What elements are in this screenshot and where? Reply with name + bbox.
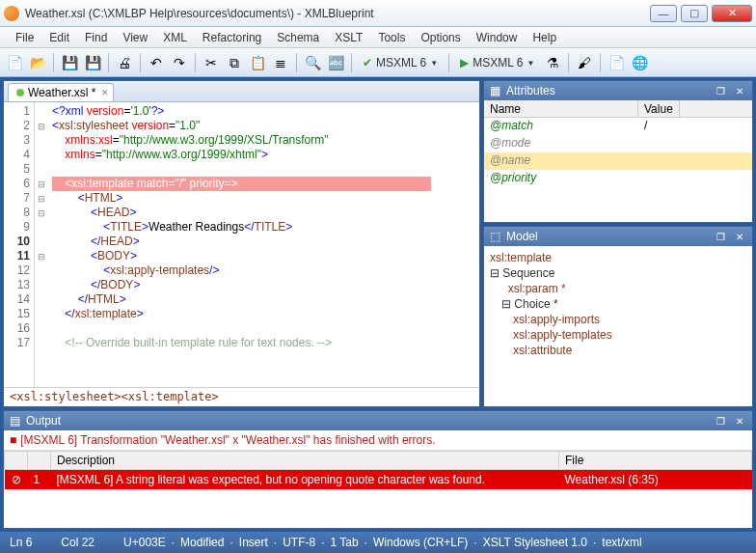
- menu-xml[interactable]: XML: [155, 31, 195, 44]
- file-status-icon: [16, 89, 24, 97]
- titlebar: Weather.xsl (C:\XMLBP Help\resources\doc…: [0, 0, 756, 27]
- close-button[interactable]: ✕: [712, 5, 752, 22]
- menubar: FileEditFindViewXMLRefactoringSchemaXSLT…: [0, 27, 756, 48]
- menu-xslt[interactable]: XSLT: [327, 31, 370, 44]
- maximize-button[interactable]: ▢: [681, 5, 708, 22]
- output-summary: ■[MSXML 6] Transformation "Weather.xsl" …: [4, 430, 752, 451]
- menu-window[interactable]: Window: [469, 31, 526, 44]
- output-panel: ▤Output❐✕ ■[MSXML 6] Transformation "Wea…: [3, 410, 753, 529]
- menu-refactoring[interactable]: Refactoring: [195, 31, 269, 44]
- statusbar: Ln 6Col 22U+003E·Modified·Insert·UTF-8·1…: [0, 532, 756, 553]
- open-icon[interactable]: 📂: [27, 52, 48, 73]
- tab-label: Weather.xsl *: [28, 86, 95, 99]
- toolbar: 📄 📂 💾 💾 🖨 ↶ ↷ ✂ ⧉ 📋 ≣ 🔍 🔤 ✔MSXML 6▼ ▶MSX…: [0, 48, 756, 77]
- restore-icon[interactable]: ❐: [714, 230, 727, 243]
- menu-find[interactable]: Find: [77, 31, 115, 44]
- close-panel-icon[interactable]: ✕: [733, 230, 746, 243]
- close-panel-icon[interactable]: ✕: [733, 414, 746, 428]
- menu-options[interactable]: Options: [413, 31, 468, 44]
- paste-icon[interactable]: 📋: [247, 52, 268, 73]
- validate-dropdown[interactable]: ✔MSXML 6▼: [357, 52, 444, 73]
- new-icon[interactable]: 📄: [4, 52, 25, 73]
- menu-edit[interactable]: Edit: [41, 31, 77, 44]
- replace-icon[interactable]: 🔤: [325, 52, 346, 73]
- format-icon[interactable]: ≣: [270, 52, 291, 73]
- menu-schema[interactable]: Schema: [269, 31, 327, 44]
- save-icon[interactable]: 💾: [59, 52, 80, 73]
- tab-strip: Weather.xsl * ✕: [4, 81, 479, 102]
- find-icon[interactable]: 🔍: [302, 52, 323, 73]
- breadcrumb[interactable]: <xsl:stylesheet><xsl:template>: [4, 387, 479, 406]
- copy-icon[interactable]: ⧉: [224, 52, 245, 73]
- restore-icon[interactable]: ❐: [714, 84, 727, 97]
- close-panel-icon[interactable]: ✕: [733, 84, 746, 97]
- undo-icon[interactable]: ↶: [146, 52, 167, 73]
- menu-tools[interactable]: Tools: [370, 31, 413, 44]
- print-icon[interactable]: 🖨: [114, 52, 135, 73]
- file-tab[interactable]: Weather.xsl * ✕: [8, 83, 114, 101]
- transform-icon[interactable]: ⚗: [542, 52, 563, 73]
- error-row[interactable]: ⊘ 1 [MSXML 6] A string literal was expec…: [5, 470, 752, 490]
- attribute-row[interactable]: @mode: [484, 135, 752, 152]
- window-title: Weather.xsl (C:\XMLBP Help\resources\doc…: [25, 7, 650, 20]
- model-panel: ⬚Model❐✕ xsl:template ⊟ Sequence xsl:par…: [483, 226, 753, 407]
- brush-icon[interactable]: 🖌: [574, 52, 595, 73]
- browser-icon[interactable]: 🌐: [629, 52, 650, 73]
- attribute-row[interactable]: @match/: [484, 118, 752, 135]
- attributes-panel: ▦Attributes❐✕ NameValue @match/@mode@nam…: [483, 80, 753, 223]
- output-table: DescriptionFile ⊘ 1 [MSXML 6] A string l…: [4, 451, 752, 489]
- close-tab-icon[interactable]: ✕: [101, 88, 109, 97]
- minimize-button[interactable]: ―: [650, 5, 677, 22]
- app-icon: [4, 6, 19, 21]
- save-all-icon[interactable]: 💾: [82, 52, 103, 73]
- restore-icon[interactable]: ❐: [714, 414, 727, 428]
- cut-icon[interactable]: ✂: [201, 52, 222, 73]
- editor-pane: Weather.xsl * ✕ 123456789101112131415161…: [3, 80, 480, 407]
- redo-icon[interactable]: ↷: [169, 52, 190, 73]
- model-panel-icon: ⬚: [490, 230, 500, 243]
- doc-icon[interactable]: 📄: [606, 52, 627, 73]
- menu-view[interactable]: View: [115, 31, 155, 44]
- model-tree[interactable]: xsl:template ⊟ Sequence xsl:param * ⊟ Ch…: [484, 246, 752, 406]
- run-dropdown[interactable]: ▶MSXML 6▼: [454, 52, 540, 73]
- code-editor[interactable]: 1234567891011121314151617 ⊟⊟⊟⊟⊟ <?xml ve…: [4, 102, 479, 387]
- attributes-panel-icon: ▦: [490, 84, 500, 97]
- output-panel-icon: ▤: [10, 414, 20, 428]
- attribute-row[interactable]: @priority: [484, 170, 752, 187]
- menu-help[interactable]: Help: [525, 31, 564, 44]
- attribute-row[interactable]: @name: [484, 152, 752, 170]
- menu-file[interactable]: File: [8, 31, 41, 44]
